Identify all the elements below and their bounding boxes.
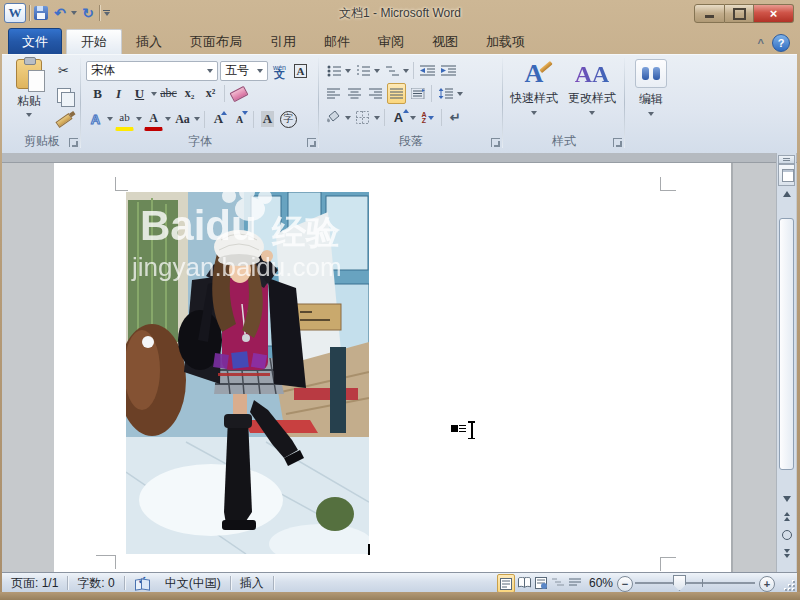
text-effects-dropdown-arrow[interactable] bbox=[107, 117, 113, 121]
change-styles-dropdown-arrow[interactable] bbox=[589, 111, 595, 115]
asian-layout-dropdown-arrow[interactable] bbox=[410, 116, 416, 120]
underline-button[interactable]: U bbox=[130, 83, 149, 104]
draft-view-button[interactable] bbox=[567, 574, 583, 591]
underline-dropdown-arrow[interactable] bbox=[151, 92, 157, 96]
strikethrough-button[interactable]: abc bbox=[159, 83, 178, 104]
paste-button[interactable]: 粘贴 bbox=[10, 59, 48, 133]
clipboard-dialog-launcher[interactable] bbox=[69, 138, 78, 147]
outline-view-button[interactable] bbox=[550, 574, 566, 591]
paragraph-dialog-launcher[interactable] bbox=[491, 138, 500, 147]
scroll-down-button[interactable] bbox=[778, 491, 795, 506]
italic-button[interactable]: I bbox=[109, 83, 128, 104]
font-dialog-launcher[interactable] bbox=[307, 138, 316, 147]
show-hide-marks-button[interactable]: ↵ bbox=[446, 107, 465, 128]
change-case-dropdown-arrow[interactable] bbox=[194, 117, 200, 121]
change-styles-button[interactable]: AA 更改样式 bbox=[564, 57, 620, 137]
line-spacing-button[interactable] bbox=[436, 83, 455, 104]
multilevel-dropdown-arrow[interactable] bbox=[403, 69, 409, 73]
collapse-ribbon-icon[interactable]: ^ bbox=[758, 37, 764, 49]
copy-button[interactable] bbox=[54, 85, 73, 106]
zoom-out-button[interactable]: − bbox=[617, 576, 633, 592]
numbering-dropdown-arrow[interactable] bbox=[374, 69, 380, 73]
page-indicator[interactable]: 页面: 1/1 bbox=[2, 575, 67, 592]
shading-button[interactable] bbox=[324, 107, 343, 128]
zoom-in-button[interactable]: + bbox=[759, 576, 775, 592]
help-button[interactable]: ? bbox=[772, 34, 790, 52]
line-spacing-dropdown-arrow[interactable] bbox=[457, 92, 463, 96]
shading-dropdown-arrow[interactable] bbox=[345, 116, 351, 120]
tab-file[interactable]: 文件 bbox=[8, 28, 62, 55]
bullets-dropdown-arrow[interactable] bbox=[345, 69, 351, 73]
language-indicator[interactable]: 中文(中国) bbox=[156, 575, 230, 592]
tab-home[interactable]: 开始 bbox=[66, 29, 122, 54]
insert-mode-indicator[interactable]: 插入 bbox=[231, 575, 273, 592]
quick-styles-button[interactable]: A 快速样式 bbox=[506, 57, 562, 137]
tab-insert[interactable]: 插入 bbox=[122, 29, 176, 54]
character-border-button[interactable]: A bbox=[291, 60, 310, 81]
tab-references[interactable]: 引用 bbox=[256, 29, 310, 54]
editing-dropdown-arrow[interactable] bbox=[648, 112, 654, 116]
previous-page-button[interactable] bbox=[778, 508, 795, 524]
paste-dropdown-arrow[interactable] bbox=[26, 113, 32, 117]
numbering-button[interactable] bbox=[353, 60, 372, 81]
split-window-handle[interactable] bbox=[778, 155, 795, 164]
inserted-picture[interactable]: Baidu 经验 jingyan.baidu.com bbox=[126, 192, 369, 554]
close-button[interactable]: × bbox=[754, 4, 794, 23]
zoom-slider-track[interactable] bbox=[635, 582, 755, 584]
minimize-button[interactable] bbox=[694, 4, 725, 23]
tab-add-ins[interactable]: 加载项 bbox=[472, 29, 539, 54]
styles-dialog-launcher[interactable] bbox=[613, 138, 622, 147]
next-page-button[interactable] bbox=[778, 545, 795, 561]
borders-dropdown-arrow[interactable] bbox=[374, 116, 380, 120]
full-screen-reading-view-button[interactable] bbox=[516, 574, 532, 591]
select-browse-object-button[interactable] bbox=[778, 527, 795, 543]
web-layout-view-button[interactable] bbox=[533, 574, 549, 591]
distribute-button[interactable] bbox=[408, 83, 427, 104]
zoom-level[interactable]: 60% bbox=[585, 576, 613, 590]
quick-styles-dropdown-arrow[interactable] bbox=[531, 111, 537, 115]
proofing-status-icon[interactable]: ✓ bbox=[135, 577, 150, 589]
phonetic-guide-button[interactable]: wén 文 bbox=[270, 60, 289, 81]
scroll-up-button[interactable] bbox=[778, 186, 795, 201]
tab-view[interactable]: 视图 bbox=[418, 29, 472, 54]
decrease-indent-button[interactable] bbox=[418, 60, 437, 81]
vertical-scrollbar[interactable] bbox=[776, 153, 796, 572]
sort-button[interactable]: AZ bbox=[418, 107, 437, 128]
align-center-button[interactable] bbox=[345, 83, 364, 104]
bold-button[interactable]: B bbox=[88, 83, 107, 104]
ruler-toggle-button[interactable] bbox=[778, 164, 795, 186]
change-case-button[interactable]: Aa bbox=[173, 109, 192, 130]
character-shading-button[interactable]: A bbox=[258, 109, 277, 130]
resize-grip[interactable] bbox=[782, 578, 795, 591]
tab-mailings[interactable]: 邮件 bbox=[310, 29, 364, 54]
print-layout-view-button[interactable] bbox=[497, 574, 515, 593]
highlight-dropdown-arrow[interactable] bbox=[136, 117, 142, 121]
cut-button[interactable]: ✂ bbox=[54, 60, 73, 81]
zoom-slider-thumb[interactable] bbox=[673, 575, 686, 591]
clear-formatting-button[interactable] bbox=[229, 83, 248, 104]
format-painter-button[interactable] bbox=[54, 110, 73, 131]
font-color-dropdown-arrow[interactable] bbox=[165, 117, 171, 121]
bullets-button[interactable] bbox=[324, 60, 343, 81]
grow-font-button[interactable]: A bbox=[209, 109, 228, 130]
tab-page-layout[interactable]: 页面布局 bbox=[176, 29, 256, 54]
superscript-button[interactable]: x² bbox=[201, 83, 220, 104]
multilevel-list-button[interactable] bbox=[382, 60, 401, 81]
increase-indent-button[interactable] bbox=[439, 60, 458, 81]
font-name-combo[interactable]: 宋体 bbox=[86, 61, 218, 81]
subscript-button[interactable]: x₂ bbox=[180, 83, 199, 104]
font-size-combo[interactable]: 五号 bbox=[220, 61, 268, 81]
borders-button[interactable] bbox=[353, 107, 372, 128]
shrink-font-button[interactable]: A bbox=[230, 109, 249, 130]
title-bar[interactable]: W ↶ ↻ 文档1 - Microsoft Word × bbox=[0, 0, 800, 26]
align-right-button[interactable] bbox=[366, 83, 385, 104]
asian-layout-button[interactable]: A bbox=[389, 107, 408, 128]
editing-button[interactable]: 编辑 bbox=[631, 59, 671, 143]
maximize-button[interactable] bbox=[725, 4, 754, 23]
text-effects-button[interactable]: A bbox=[86, 109, 105, 130]
tab-review[interactable]: 审阅 bbox=[364, 29, 418, 54]
align-left-button[interactable] bbox=[324, 83, 343, 104]
enclose-characters-button[interactable]: 字 bbox=[279, 109, 298, 130]
scrollbar-thumb[interactable] bbox=[779, 218, 794, 470]
justify-button[interactable] bbox=[387, 83, 406, 104]
